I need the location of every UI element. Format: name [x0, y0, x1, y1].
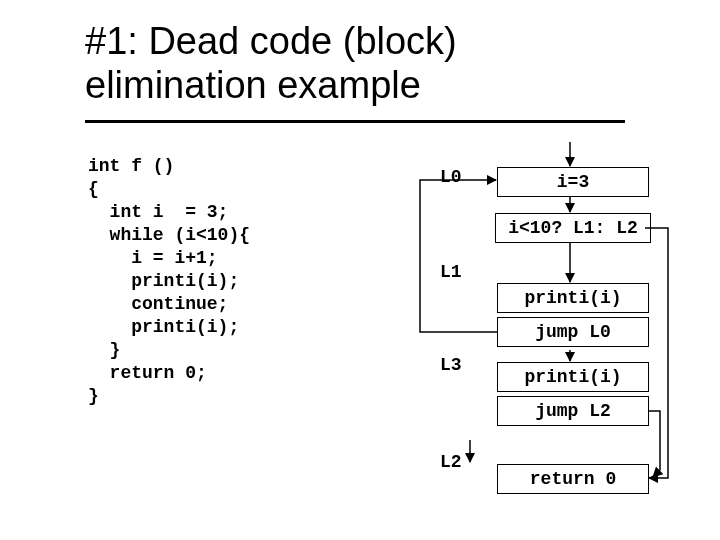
box-return: return 0: [497, 464, 649, 494]
box-cond: i<10? L1: L2: [495, 213, 651, 243]
label-l3: L3: [440, 355, 462, 375]
title-line-2: elimination example: [85, 64, 421, 106]
title-underline: [85, 120, 625, 123]
code-block: int f () { int i = 3; while (i<10){ i = …: [88, 155, 250, 408]
label-l2: L2: [440, 452, 462, 472]
box-printi2: printi(i): [497, 362, 649, 392]
label-l0: L0: [440, 167, 462, 187]
box-printi1: printi(i): [497, 283, 649, 313]
box-jump-l0: jump L0: [497, 317, 649, 347]
title-line-1: #1: Dead code (block): [85, 20, 457, 62]
label-l1: L1: [440, 262, 462, 282]
box-jump-l2: jump L2: [497, 396, 649, 426]
box-i3: i=3: [497, 167, 649, 197]
slide-title: #1: Dead code (block) elimination exampl…: [85, 20, 625, 107]
